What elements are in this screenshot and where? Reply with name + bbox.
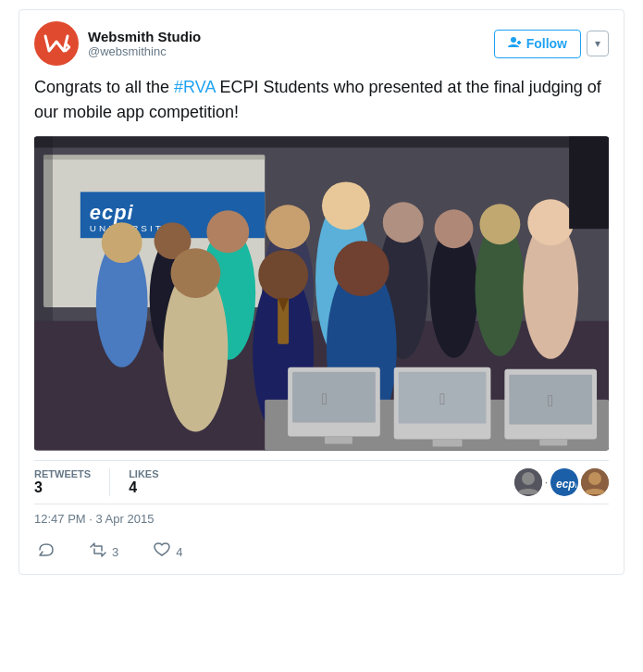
text-before-hashtag: Congrats to all the xyxy=(34,78,174,96)
follow-area: Follow ▾ xyxy=(494,30,609,58)
liker-avatar-3 xyxy=(581,468,609,496)
chevron-button[interactable]: ▾ xyxy=(587,31,609,56)
svg-point-38 xyxy=(334,241,390,296)
retweets-value: 3 xyxy=(34,479,91,496)
like-count: 4 xyxy=(176,545,182,559)
reply-button[interactable] xyxy=(34,539,58,565)
svg-point-1 xyxy=(511,37,516,43)
reply-icon xyxy=(38,542,55,561)
tweet-actions: 3 4 xyxy=(34,535,609,565)
retweets-stat: RETWEETS 3 xyxy=(34,468,91,496)
svg-rect-52 xyxy=(569,137,609,230)
svg-rect-12 xyxy=(34,137,609,148)
likes-label: LIKES xyxy=(129,468,158,479)
liker-avatar-ecpi: ecpi xyxy=(550,468,578,496)
tweet-image: ecpi UNIVERSITY xyxy=(34,136,609,451)
svg-point-14 xyxy=(102,222,142,263)
tweet-timestamp: 12:47 PM · 3 Apr 2015 xyxy=(34,512,609,526)
svg-point-30 xyxy=(527,199,574,245)
hashtag[interactable]: #RVA xyxy=(174,78,215,96)
svg-point-34 xyxy=(258,250,308,300)
svg-text:ecpi: ecpi xyxy=(90,201,134,224)
svg-rect-41 xyxy=(292,372,376,423)
svg-rect-42 xyxy=(325,437,352,444)
follow-button[interactable]: Follow xyxy=(494,30,581,58)
retweet-icon xyxy=(90,542,106,561)
likes-stat: LIKES 4 xyxy=(129,468,158,496)
avatar xyxy=(34,21,79,66)
svg-point-28 xyxy=(479,204,520,244)
follow-icon xyxy=(508,36,521,52)
tweet-text: Congrats to all the #RVA ECPI Students w… xyxy=(34,75,609,125)
svg-point-18 xyxy=(206,210,249,253)
account-handle[interactable]: @websmithinc xyxy=(88,44,201,58)
tweet-header: Websmith Studio @websmithinc Follow ▾ xyxy=(34,21,609,66)
retweet-button[interactable]: 3 xyxy=(86,539,122,565)
svg-point-32 xyxy=(171,248,221,298)
svg-text::  xyxy=(322,390,328,408)
likes-value: 4 xyxy=(129,479,158,496)
tweet-card: Websmith Studio @websmithinc Follow ▾ xyxy=(19,9,624,575)
heart-icon xyxy=(154,542,170,561)
likers-avatars: · ecpi xyxy=(514,468,609,496)
svg-text:ecpi: ecpi xyxy=(556,478,576,491)
svg-rect-8 xyxy=(43,155,265,159)
retweets-label: RETWEETS xyxy=(34,468,91,479)
liker-avatar-1 xyxy=(514,468,542,496)
svg-point-20 xyxy=(266,205,310,249)
liker-dot: · xyxy=(545,476,548,489)
account-info: Websmith Studio @websmithinc xyxy=(88,29,201,58)
svg-point-26 xyxy=(435,209,474,248)
svg-rect-50 xyxy=(539,439,567,445)
svg-text::  xyxy=(439,390,446,408)
account-name[interactable]: Websmith Studio xyxy=(88,29,201,44)
svg-rect-53 xyxy=(34,137,53,321)
svg-point-24 xyxy=(383,202,424,243)
header-left: Websmith Studio @websmithinc xyxy=(34,21,201,66)
svg-rect-46 xyxy=(433,439,463,446)
stats-divider xyxy=(109,468,110,496)
tweet-stats: RETWEETS 3 LIKES 4 · ecpi xyxy=(34,460,609,504)
svg-point-59 xyxy=(588,472,601,485)
svg-point-55 xyxy=(522,472,535,485)
follow-label: Follow xyxy=(526,36,567,51)
svg-point-22 xyxy=(322,181,370,230)
like-button[interactable]: 4 xyxy=(150,539,186,565)
chevron-icon: ▾ xyxy=(595,37,600,50)
svg-text::  xyxy=(548,392,554,410)
retweet-count: 3 xyxy=(112,545,118,559)
